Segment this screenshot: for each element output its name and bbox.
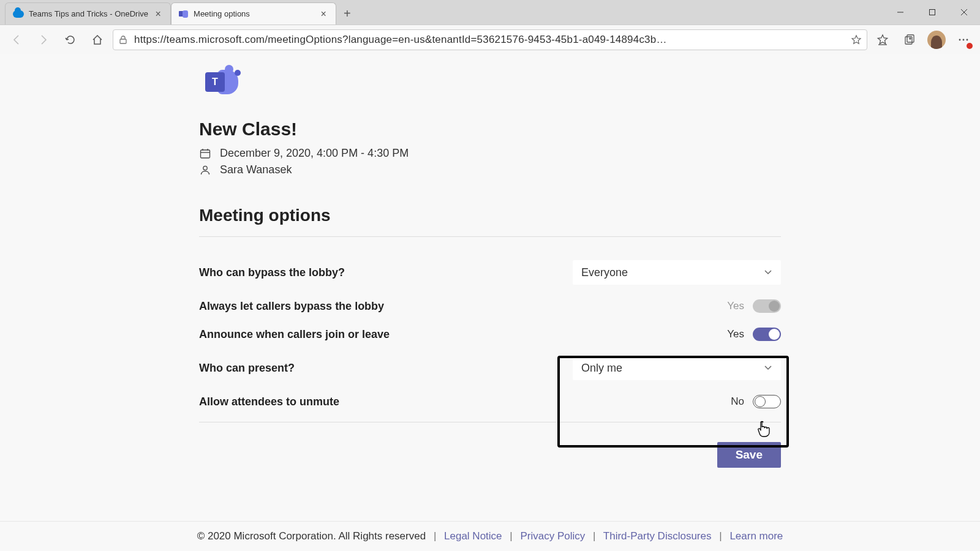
toggle-value: No [731, 395, 744, 408]
select-value: Only me [581, 362, 622, 375]
svg-point-19 [203, 166, 207, 170]
option-label: Allow attendees to unmute [199, 395, 339, 408]
option-callers-bypass: Always let callers bypass the lobby Yes [199, 292, 781, 320]
meeting-organizer-row: Sara Wanasek [199, 163, 781, 176]
tab-meeting-options[interactable]: Meeting options × [171, 2, 336, 24]
page-body: T New Class! December 9, 2020, 4:00 PM -… [0, 54, 980, 551]
toggle-value: Yes [727, 328, 744, 340]
new-tab-button[interactable]: + [336, 2, 358, 24]
option-allow-unmute: Allow attendees to unmute No [199, 388, 781, 416]
back-button[interactable] [5, 28, 28, 51]
section-heading: Meeting options [199, 206, 781, 225]
copyright: © 2020 Microsoft Corporation. All Rights… [197, 530, 426, 542]
allow-unmute-toggle[interactable] [753, 395, 781, 408]
save-row: Save [199, 438, 781, 486]
option-label: Always let callers bypass the lobby [199, 300, 384, 313]
star-icon[interactable] [851, 34, 862, 45]
window-controls [884, 0, 980, 24]
svg-rect-15 [201, 150, 210, 158]
home-button[interactable] [86, 28, 109, 51]
callers-bypass-toggle[interactable] [753, 299, 781, 313]
nav-bar: https://teams.microsoft.com/meetingOptio… [0, 24, 980, 54]
chevron-down-icon [764, 268, 772, 277]
footer-link-privacy[interactable]: Privacy Policy [520, 530, 585, 542]
forward-button[interactable] [32, 28, 55, 51]
svg-point-12 [959, 39, 961, 40]
footer-link-legal[interactable]: Legal Notice [444, 530, 502, 542]
more-button[interactable] [952, 28, 975, 51]
url-text: https://teams.microsoft.com/meetingOptio… [134, 34, 845, 46]
lock-icon [118, 35, 128, 45]
teams-logo-letter: T [205, 72, 225, 92]
teams-logo: T [199, 60, 781, 115]
announce-toggle[interactable] [753, 328, 781, 341]
svg-rect-6 [120, 39, 126, 43]
select-value: Everyone [581, 266, 628, 279]
divider [199, 422, 781, 422]
favorites-button[interactable] [871, 28, 894, 51]
option-announce: Announce when callers join or leave Yes [199, 320, 781, 348]
svg-rect-8 [905, 37, 912, 44]
close-window-button[interactable] [948, 0, 980, 24]
person-icon [199, 164, 211, 176]
option-label: Announce when callers join or leave [199, 328, 390, 341]
meeting-datetime: December 9, 2020, 4:00 PM - 4:30 PM [220, 147, 409, 160]
option-label: Who can present? [199, 362, 295, 375]
teams-icon [179, 9, 189, 19]
profile-button[interactable] [925, 28, 948, 51]
who-can-present-select[interactable]: Only me [573, 356, 781, 380]
minimize-button[interactable] [884, 0, 916, 24]
refresh-button[interactable] [59, 28, 82, 51]
option-label: Who can bypass the lobby? [199, 266, 345, 279]
toggle-value: Yes [727, 300, 744, 312]
meeting-datetime-row: December 9, 2020, 4:00 PM - 4:30 PM [199, 147, 781, 160]
meeting-title: New Class! [199, 119, 781, 140]
close-icon[interactable]: × [153, 9, 163, 19]
avatar [927, 31, 946, 49]
footer: © 2020 Microsoft Corporation. All Rights… [0, 521, 980, 551]
tab-bar: Teams Tips and Tricks - OneDrive × Meeti… [0, 0, 980, 24]
collections-button[interactable] [898, 28, 921, 51]
footer-link-disclosures[interactable]: Third-Party Disclosures [603, 530, 712, 542]
meeting-organizer: Sara Wanasek [220, 163, 292, 176]
option-who-can-present: Who can present? Only me [199, 348, 781, 388]
svg-point-13 [963, 39, 965, 40]
browser-chrome: Teams Tips and Tricks - OneDrive × Meeti… [0, 0, 980, 54]
svg-rect-3 [930, 10, 935, 15]
tab-title: Meeting options [194, 9, 314, 18]
close-icon[interactable]: × [318, 9, 328, 19]
tab-onedrive[interactable]: Teams Tips and Tricks - OneDrive × [5, 2, 171, 24]
option-bypass-lobby: Who can bypass the lobby? Everyone [199, 253, 781, 292]
content: T New Class! December 9, 2020, 4:00 PM -… [199, 54, 781, 486]
bypass-lobby-select[interactable]: Everyone [573, 260, 781, 285]
svg-point-14 [967, 39, 968, 40]
calendar-icon [199, 148, 211, 160]
maximize-button[interactable] [916, 0, 948, 24]
svg-rect-1 [183, 10, 188, 18]
chevron-down-icon [764, 364, 772, 372]
tab-title: Teams Tips and Tricks - OneDrive [29, 9, 148, 18]
onedrive-icon [13, 10, 24, 18]
save-button[interactable]: Save [717, 442, 781, 468]
footer-link-learn-more[interactable]: Learn more [729, 530, 783, 542]
divider [199, 236, 781, 237]
address-bar[interactable]: https://teams.microsoft.com/meetingOptio… [113, 29, 867, 50]
